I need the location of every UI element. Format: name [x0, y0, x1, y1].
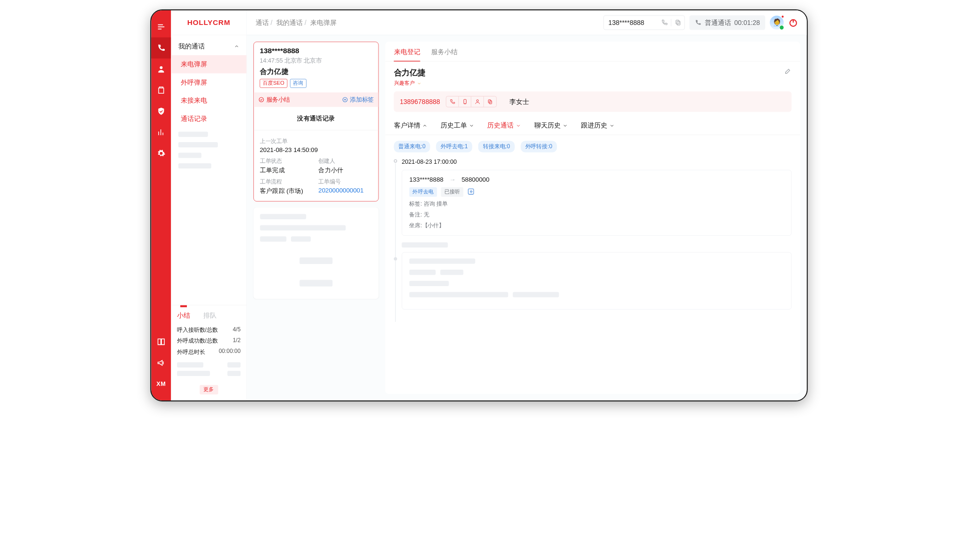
rail-chart-icon[interactable]: [151, 122, 171, 143]
stat-outbound-label: 外呼成功数/总数: [177, 337, 218, 345]
creator-value: 合力小什: [318, 166, 372, 175]
main-area: 通话/ 我的通话/ 来电弹屏 普通通话 00:01:28 🧑‍💼: [247, 10, 806, 400]
stat-duration-value: 00:00:00: [219, 348, 241, 356]
more-button[interactable]: 更多: [200, 385, 218, 394]
action-call-icon[interactable]: [446, 96, 459, 107]
action-copy-icon[interactable]: [484, 96, 497, 107]
svg-rect-0: [676, 20, 679, 24]
svg-rect-8: [490, 101, 492, 104]
last-ticket-value: 2021-08-23 14:50:09: [260, 146, 372, 153]
contact-name: 李女士: [509, 97, 529, 106]
call-status-label: 普通通话: [705, 18, 731, 27]
svg-point-6: [476, 100, 478, 102]
caller-phone: 138****8888: [260, 47, 372, 55]
caller-tag-seo: 百度SEO: [260, 79, 288, 88]
caller-tag-consult: 咨询: [290, 79, 306, 88]
breadcrumb: 通话/ 我的通话/ 来电弹屏: [256, 18, 337, 27]
no-records-label: 没有通话记录: [254, 107, 378, 130]
svg-rect-1: [677, 21, 680, 25]
bottom-tab-summary[interactable]: 小结: [177, 309, 190, 323]
svg-rect-9: [468, 189, 474, 194]
flow-value: 客户跟踪 (市场): [260, 187, 314, 195]
chevron-up-icon: [422, 123, 427, 128]
brand-logo: HOLLYCRM: [171, 10, 246, 35]
nav-outgoing-popup[interactable]: 外呼弹屏: [171, 73, 246, 92]
nav-group-header[interactable]: 我的通话: [171, 37, 246, 55]
dtab-followup-history[interactable]: 跟进历史: [581, 121, 614, 135]
rail-user-icon[interactable]: [151, 58, 171, 80]
check-circle-icon: [258, 97, 265, 103]
add-tag-button[interactable]: 添加标签: [342, 96, 374, 104]
last-ticket-label: 上一次工单: [260, 137, 372, 145]
tl-agent-value: 【小什】: [422, 223, 445, 229]
chip-outbound[interactable]: 外呼去电:1: [436, 141, 472, 152]
caller-meta: 14:47:55 北京市 北京市: [260, 56, 372, 64]
arrow-right-icon: →: [450, 176, 456, 183]
rail-gear-icon[interactable]: [151, 143, 171, 164]
menu-icon[interactable]: [151, 16, 171, 38]
call-timer: 00:01:28: [734, 19, 760, 26]
ticket-num-link[interactable]: 2020000000001: [318, 187, 363, 194]
rail-shield-icon[interactable]: [151, 101, 171, 122]
nav-call-log[interactable]: 通话记录: [171, 110, 246, 128]
dtab-history-tickets[interactable]: 历史工单: [441, 121, 474, 135]
tab-incoming-register[interactable]: 来电登记: [394, 48, 420, 61]
rail-megaphone-icon[interactable]: [151, 352, 171, 374]
bottom-tab-queue[interactable]: 排队: [203, 309, 217, 323]
tl-note-label: 备注:: [409, 212, 422, 218]
plus-circle-icon: [342, 97, 348, 103]
tl-tags-label: 标签:: [409, 201, 422, 207]
skeleton-timeline-item: [402, 252, 791, 310]
copy-icon[interactable]: [675, 19, 681, 26]
customer-type[interactable]: 兴趣客户: [394, 80, 426, 87]
rail-book-icon[interactable]: [151, 331, 171, 352]
call-status-pill[interactable]: 普通通话 00:01:28: [690, 16, 765, 30]
rail-call-icon[interactable]: [151, 38, 171, 59]
chevron-up-icon: [234, 43, 239, 48]
stat-outbound-value: 1/2: [233, 337, 241, 345]
action-user-icon[interactable]: [471, 96, 484, 107]
nav-rail: XM: [151, 10, 171, 400]
chip-transfer-in[interactable]: 转接来电:0: [478, 141, 515, 152]
tab-service-summary[interactable]: 服务小结: [431, 48, 458, 61]
service-summary-label: 服务小结: [258, 96, 290, 104]
customer-phone: 13896788888: [400, 98, 440, 105]
chevron-down-icon: [563, 123, 568, 128]
nav-missed-calls[interactable]: 未接来电: [171, 91, 246, 110]
call-timeline: 2021-08-23 17:00:00 133****8888 → 588000…: [385, 158, 800, 322]
caller-company: 合力亿捷: [260, 66, 372, 76]
tl-tags-value: 咨询 撞单: [424, 201, 448, 207]
search-box[interactable]: [604, 16, 685, 30]
chevron-down-icon: [417, 81, 422, 86]
sidebar: HOLLYCRM 我的通话 来电弹屏 外呼弹屏 未接来电 通话记录 小结 排队 …: [171, 10, 247, 400]
chevron-down-icon: [609, 123, 614, 128]
badge-direction: 外呼去电: [409, 187, 437, 197]
filter-chips: 普通来电:0 外呼去电:1 转接来电:0 外呼转接:0: [385, 135, 800, 159]
flow-label: 工单流程: [260, 178, 314, 185]
chevron-down-icon: [469, 123, 474, 128]
topbar: 通话/ 我的通话/ 来电弹屏 普通通话 00:01:28 🧑‍💼: [247, 10, 806, 35]
edit-button[interactable]: [784, 67, 791, 76]
dtab-history-calls[interactable]: 历史通话: [487, 121, 521, 135]
phone-icon[interactable]: [661, 19, 668, 26]
phone-actions: [446, 96, 497, 107]
call-to: 58800000: [461, 176, 489, 183]
chip-inbound[interactable]: 普通来电:0: [394, 141, 430, 152]
rail-xm-label[interactable]: XM: [151, 374, 171, 395]
avatar[interactable]: 🧑‍💼: [770, 16, 783, 29]
action-mobile-icon[interactable]: [459, 96, 472, 107]
power-button[interactable]: [788, 18, 798, 28]
chevron-down-icon: [516, 123, 521, 128]
detail-panel: 来电登记 服务小结 合力亿捷 兴趣客户 13896788888: [385, 42, 800, 394]
rail-clipboard-icon[interactable]: [151, 80, 171, 101]
chip-transfer-out[interactable]: 外呼转接:0: [521, 141, 557, 152]
nav-incoming-popup[interactable]: 来电弹屏: [171, 55, 246, 73]
timeline-item: 133****8888 → 58800000 外呼去电 已接听 标签: 咨询 撞…: [402, 170, 791, 236]
dtab-customer-detail[interactable]: 客户详情: [394, 121, 427, 135]
ticket-status-value: 工单完成: [260, 166, 314, 175]
dtab-chat-history[interactable]: 聊天历史: [534, 121, 568, 135]
tl-note-value: 无: [424, 212, 429, 218]
search-input[interactable]: [608, 19, 658, 26]
waveform-icon[interactable]: [467, 188, 475, 196]
creator-label: 创建人: [318, 157, 372, 165]
